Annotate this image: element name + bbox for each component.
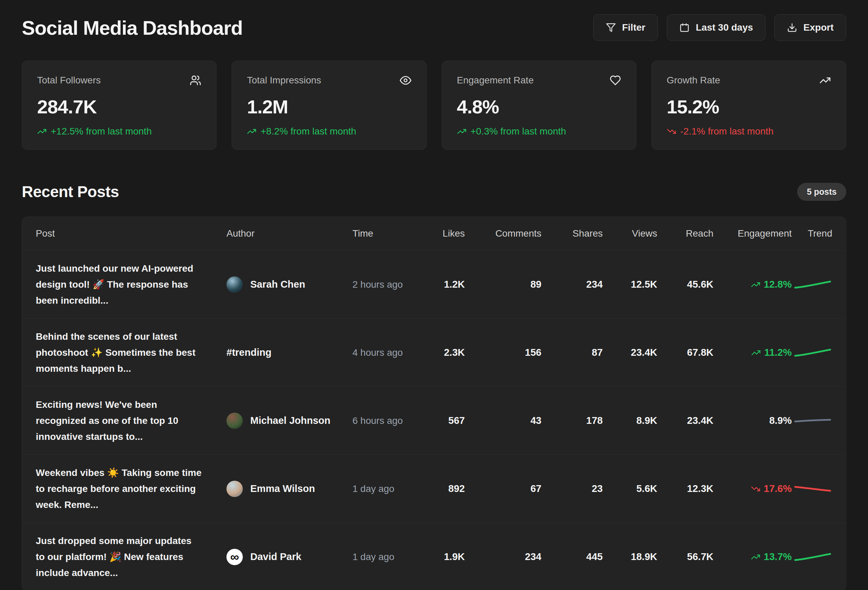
export-button[interactable]: Export — [774, 14, 846, 41]
date-range-label: Last 30 days — [696, 22, 753, 33]
stat-value: 15.2% — [667, 96, 831, 118]
table-row[interactable]: Weekend vibes ☀️ Taking some time to rec… — [22, 454, 846, 522]
column-header-comments: Comments — [465, 228, 542, 239]
table-row[interactable]: Just dropped some major updates to our p… — [22, 522, 846, 590]
post-text: Just dropped some major updates to our p… — [36, 533, 226, 581]
filter-icon — [606, 22, 616, 33]
calendar-icon — [679, 22, 689, 33]
likes-value: 1.9K — [414, 551, 465, 562]
stat-card-total-followers: Total Followers 284.7K +12.5% from last … — [22, 60, 217, 150]
author-name: #trending — [226, 347, 272, 358]
comments-value: 67 — [465, 483, 542, 494]
column-header-time: Time — [353, 228, 414, 239]
stat-label: Total Followers — [37, 75, 101, 86]
trend-sparkline — [792, 415, 832, 426]
stat-value: 4.8% — [457, 96, 621, 118]
post-text: Behind the scenes of our latest photosho… — [36, 329, 226, 376]
post-time: 1 day ago — [353, 552, 414, 562]
stat-delta: +8.2% from last month — [247, 126, 411, 137]
trending-down-icon — [667, 127, 676, 136]
likes-value: 892 — [414, 483, 465, 494]
column-header-reach: Reach — [657, 228, 713, 239]
table-header-row: Post Author Time Likes Comments Shares V… — [22, 217, 846, 250]
engagement-value: 13.7% — [713, 551, 792, 562]
stat-delta: +12.5% from last month — [37, 126, 201, 137]
avatar — [226, 276, 243, 293]
likes-value: 2.3K — [414, 347, 465, 358]
table-body: Just launched our new AI-powered design … — [22, 250, 846, 590]
reach-value: 67.8K — [657, 347, 713, 358]
stat-cards: Total Followers 284.7K +12.5% from last … — [22, 60, 846, 150]
stat-card-total-impressions: Total Impressions 1.2M +8.2% from last m… — [232, 60, 426, 150]
trending-up-icon — [751, 552, 760, 562]
section-title: Recent Posts — [22, 183, 119, 201]
comments-value: 234 — [465, 551, 542, 562]
author-name: Sarah Chen — [250, 279, 305, 290]
column-header-likes: Likes — [414, 228, 465, 239]
stat-value: 284.7K — [37, 96, 201, 118]
post-author: ∞ David Park — [226, 549, 353, 565]
comments-value: 43 — [465, 415, 542, 426]
views-value: 18.9K — [603, 551, 657, 562]
trend-sparkline — [792, 279, 832, 290]
stat-label: Growth Rate — [667, 75, 720, 86]
trending-up-icon — [751, 280, 760, 289]
shares-value: 23 — [542, 483, 603, 494]
post-count-badge: 5 posts — [797, 183, 846, 201]
table-row[interactable]: Exciting news! We've been recognized as … — [22, 386, 846, 454]
stat-label: Engagement Rate — [457, 75, 534, 86]
shares-value: 87 — [542, 347, 603, 358]
trend-sparkline — [792, 552, 832, 562]
comments-value: 89 — [465, 279, 542, 290]
shares-value: 234 — [542, 279, 603, 290]
post-author: Sarah Chen — [226, 276, 353, 293]
table-row[interactable]: Behind the scenes of our latest photosho… — [22, 318, 846, 386]
post-time: 1 day ago — [353, 484, 414, 494]
avatar — [226, 413, 243, 429]
post-author: #trending — [226, 347, 353, 358]
top-bar: Social Media Dashboard Filter Last 30 da… — [22, 14, 846, 41]
post-author: Michael Johnson — [226, 413, 353, 429]
reach-value: 23.4K — [657, 415, 713, 426]
author-name: Emma Wilson — [250, 483, 315, 494]
trending-down-icon — [751, 484, 760, 494]
page-title: Social Media Dashboard — [22, 16, 242, 39]
date-range-button[interactable]: Last 30 days — [667, 14, 766, 41]
trend-sparkline — [792, 484, 832, 494]
engagement-value: 12.8% — [713, 279, 792, 290]
export-button-label: Export — [803, 22, 834, 33]
dashboard-page: Social Media Dashboard Filter Last 30 da… — [0, 0, 868, 590]
reach-value: 56.7K — [657, 551, 713, 562]
column-header-author: Author — [226, 228, 353, 239]
views-value: 8.9K — [603, 415, 657, 426]
engagement-value: 17.6% — [713, 483, 792, 494]
table-row[interactable]: Just launched our new AI-powered design … — [22, 250, 846, 318]
stat-label: Total Impressions — [247, 75, 321, 86]
filter-button[interactable]: Filter — [593, 14, 658, 41]
trending-up-icon — [819, 75, 831, 86]
heart-icon — [610, 75, 621, 86]
engagement-value: 11.2% — [713, 347, 792, 358]
trending-up-icon — [37, 127, 47, 136]
stat-delta: +0.3% from last month — [457, 126, 621, 137]
column-header-views: Views — [603, 228, 657, 239]
reach-value: 12.3K — [657, 483, 713, 494]
likes-value: 567 — [414, 415, 465, 426]
likes-value: 1.2K — [414, 279, 465, 290]
header-actions: Filter Last 30 days Export — [593, 14, 846, 41]
post-text: Exciting news! We've been recognized as … — [36, 397, 226, 445]
shares-value: 445 — [542, 551, 603, 562]
column-header-shares: Shares — [542, 228, 603, 239]
post-text: Just launched our new AI-powered design … — [36, 260, 226, 308]
views-value: 5.6K — [603, 483, 657, 494]
column-header-trend: Trend — [792, 228, 832, 239]
post-time: 2 hours ago — [353, 279, 414, 290]
avatar: ∞ — [226, 549, 243, 565]
trend-sparkline — [792, 347, 832, 358]
stat-card-growth-rate: Growth Rate 15.2% -2.1% from last month — [651, 60, 846, 150]
users-icon — [190, 75, 201, 86]
post-time: 6 hours ago — [353, 415, 414, 426]
trending-up-icon — [247, 127, 257, 136]
post-time: 4 hours ago — [353, 347, 414, 358]
posts-table: Post Author Time Likes Comments Shares V… — [22, 217, 846, 590]
